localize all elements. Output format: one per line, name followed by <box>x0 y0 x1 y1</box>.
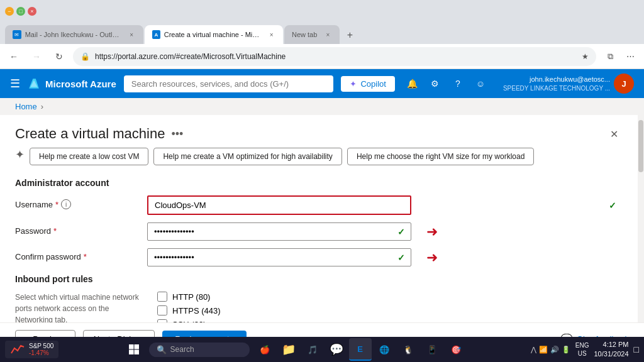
browser-tabs: ✉ Mail - John Ikechukwu - Outlook × A Cr… <box>0 23 644 44</box>
inbound-content: Select which virtual machine network por… <box>15 292 623 322</box>
http-checkbox[interactable] <box>157 292 167 302</box>
svg-rect-0 <box>129 344 134 349</box>
confirm-password-area: ✓ ➜ <box>147 248 623 266</box>
toolbar-icons: ⧉ ⋯ <box>601 48 639 65</box>
http-label: HTTP (80) <box>172 292 210 302</box>
taskbar-app-5[interactable]: E <box>349 338 372 361</box>
minimize-button[interactable]: − <box>5 7 14 16</box>
taskbar-search[interactable]: 🔍 Search <box>149 343 250 357</box>
scrollbar-thumb[interactable] <box>638 120 643 172</box>
tab-outlook-close[interactable]: × <box>127 30 136 39</box>
user-avatar: J <box>614 74 634 94</box>
url-bar[interactable]: 🔒 https://portal.azure.com/#create/Micro… <box>73 47 596 66</box>
tab-azure-label: Create a virtual machine - Micros... <box>164 31 262 38</box>
page-title-area: Create a virtual machine ••• <box>15 126 183 142</box>
username-check-icon: ✓ <box>609 200 616 211</box>
taskbar-app-6[interactable]: 🌐 <box>373 338 396 361</box>
taskbar-search-label: Search <box>170 345 194 354</box>
username-row: Username * i ✓ <box>15 195 623 215</box>
close-window-button[interactable]: × <box>28 7 36 16</box>
confirm-password-input[interactable] <box>147 248 411 266</box>
username-label: Username * i <box>15 195 147 209</box>
maximize-button[interactable]: □ <box>16 7 25 16</box>
confirm-check-icon: ✓ <box>397 253 405 263</box>
extensions-button[interactable]: ⧉ <box>601 48 619 65</box>
password-row: Password * ✓ ➜ <box>15 222 623 241</box>
tray-up-arrow[interactable]: ⋀ <box>531 346 536 354</box>
taskbar-right: ⋀ 📶 🔊 🔋 ENGUS 4:12 PM 10/31/2024 □ <box>531 340 639 359</box>
feedback-icon[interactable]: ☺ <box>470 74 491 94</box>
help-icon[interactable]: ? <box>448 74 468 94</box>
admin-section-title: Administrator account <box>15 178 623 188</box>
breadcrumb-separator: › <box>41 102 43 111</box>
close-page-button[interactable]: ✕ <box>605 125 623 143</box>
tab-azure-close[interactable]: × <box>267 30 275 39</box>
hamburger-menu[interactable]: ☰ <box>10 77 20 90</box>
taskbar-app-7[interactable]: 🐧 <box>397 338 419 361</box>
taskbar-app-1[interactable]: 🍎 <box>253 338 276 361</box>
breadcrumb-home[interactable]: Home <box>15 102 37 111</box>
taskbar-app-9[interactable]: 🎯 <box>445 338 467 361</box>
user-area[interactable]: john.ikechukwu@aetosc... SPEEDY LINKAGE … <box>503 74 634 94</box>
confirm-password-row: Confirm password * ✓ ➜ <box>15 248 623 266</box>
helper-low-cost-button[interactable]: Help me create a low cost VM <box>30 148 148 165</box>
username-info-icon[interactable]: i <box>61 199 71 209</box>
system-tray: ⋀ 📶 🔊 🔋 <box>531 346 570 354</box>
tab-newtab-close[interactable]: × <box>323 30 332 39</box>
settings-nav-icon[interactable]: ⚙ <box>425 74 445 94</box>
taskbar-app-3[interactable]: 🎵 <box>301 338 324 361</box>
refresh-button[interactable]: ↻ <box>50 48 68 65</box>
https-label: HTTPS (443) <box>172 306 221 315</box>
more-options-icon[interactable]: ••• <box>171 128 183 141</box>
window-controls: − □ × <box>5 7 36 16</box>
azure-search-input[interactable] <box>124 75 334 92</box>
outlook-favicon: ✉ <box>13 30 21 39</box>
back-button[interactable]: ← <box>5 48 23 65</box>
https-checkbox[interactable] <box>157 305 167 315</box>
admin-account-section: Administrator account Username * i ✓ <box>15 178 623 266</box>
azure-logo: Microsoft Azure <box>28 77 116 90</box>
clock-time: 4:12 PM <box>594 340 628 349</box>
password-input[interactable] <box>147 222 411 241</box>
username-input[interactable] <box>147 195 411 215</box>
browser-title-bar: − □ × <box>0 0 644 23</box>
helper-buttons-row: ✦ Help me create a low cost VM Help me c… <box>15 148 623 175</box>
password-input-area: ✓ ➜ <box>147 222 623 241</box>
system-clock[interactable]: 4:12 PM 10/31/2024 <box>594 340 628 359</box>
notifications-icon[interactable]: 🔔 <box>402 74 423 94</box>
taskbar-app-8[interactable]: 📱 <box>421 338 443 361</box>
azure-vm-favicon: A <box>152 30 160 39</box>
forward-button[interactable]: → <box>28 48 45 65</box>
svg-rect-3 <box>134 350 139 355</box>
stock-info: S&P 500 -1.47% <box>29 343 53 356</box>
volume-icon[interactable]: 🔊 <box>550 346 559 354</box>
taskbar-app-4[interactable]: 💬 <box>325 338 348 361</box>
new-tab-button[interactable]: + <box>341 26 358 44</box>
port-checkboxes: HTTP (80) HTTPS (443) SSH (22) RDP <box>157 292 421 322</box>
windows-logo-icon <box>128 344 140 355</box>
helper-high-avail-button[interactable]: Help me create a VM optimized for high a… <box>153 148 341 165</box>
tab-outlook[interactable]: ✉ Mail - John Ikechukwu - Outlook × <box>5 25 143 44</box>
windows-start-button[interactable] <box>123 338 145 361</box>
inbound-section-title: Inbound port rules <box>15 274 623 284</box>
azure-logo-text: Microsoft Azure <box>45 79 116 89</box>
language-indicator[interactable]: ENGUS <box>575 341 589 358</box>
helper-vm-size-button[interactable]: Help me choose the right VM size for my … <box>347 148 534 165</box>
password-check-icon: ✓ <box>397 227 405 237</box>
tab-azure-vm[interactable]: A Create a virtual machine - Micros... × <box>145 25 283 44</box>
stock-widget[interactable]: S&P 500 -1.47% <box>5 341 58 358</box>
taskbar-app-2[interactable]: 📁 <box>277 338 300 361</box>
settings-button[interactable]: ⋯ <box>621 48 639 65</box>
user-email: john.ikechukwu@aetosc... <box>503 75 610 84</box>
nav-icons: 🔔 ⚙ ? ☺ <box>402 74 491 94</box>
copilot-button[interactable]: ✦ Copilot <box>341 76 394 92</box>
tab-new-tab[interactable]: New tab × <box>284 25 340 44</box>
stock-name: S&P 500 <box>29 343 53 349</box>
wifi-icon[interactable]: 📶 <box>539 346 548 354</box>
svg-rect-1 <box>134 344 139 349</box>
scrollbar-track[interactable] <box>638 115 644 322</box>
password-required: * <box>53 226 57 236</box>
battery-icon[interactable]: 🔋 <box>562 346 570 354</box>
page-header: Create a virtual machine ••• ✕ <box>15 115 623 148</box>
notification-center[interactable]: □ <box>634 344 639 354</box>
